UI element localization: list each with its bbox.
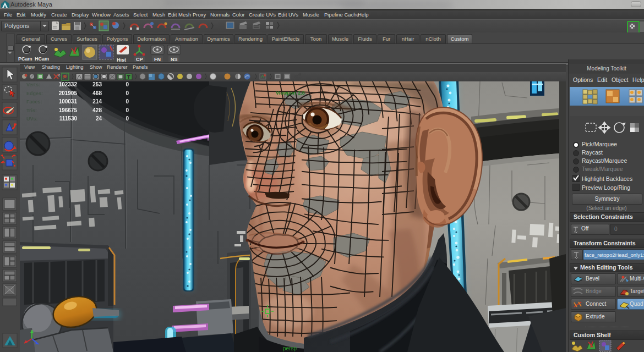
svg-text:201905: 201905 bbox=[59, 90, 78, 96]
svg-text:Tris:: Tris: bbox=[26, 108, 37, 113]
svg-text:0: 0 bbox=[125, 107, 129, 113]
svg-text:0: 0 bbox=[58, 74, 61, 77]
svg-text:Faces:: Faces: bbox=[26, 99, 42, 105]
svg-text:468: 468 bbox=[92, 90, 102, 96]
svg-text:214: 214 bbox=[92, 98, 102, 105]
svg-text:Verts:: Verts: bbox=[26, 82, 40, 87]
svg-text:0: 0 bbox=[125, 81, 129, 87]
svg-text:Edges:: Edges: bbox=[26, 91, 43, 96]
svg-text:NS: NS bbox=[171, 57, 178, 62]
svg-text:111530: 111530 bbox=[59, 116, 78, 122]
svg-text:FN: FN bbox=[154, 57, 161, 62]
svg-text:T: T bbox=[127, 74, 130, 80]
svg-text:102332: 102332 bbox=[59, 81, 78, 87]
svg-text:428: 428 bbox=[92, 107, 102, 113]
svg-text:100031: 100031 bbox=[59, 98, 78, 105]
svg-text:HCam: HCam bbox=[35, 56, 49, 62]
svg-text:Hist: Hist bbox=[117, 57, 126, 62]
svg-text:Viewport 2.0: Viewport 2.0 bbox=[276, 90, 305, 96]
svg-text:PCam: PCam bbox=[18, 56, 32, 62]
svg-text:CP: CP bbox=[136, 57, 143, 62]
svg-text:0: 0 bbox=[125, 116, 129, 122]
svg-text:0: 0 bbox=[125, 90, 129, 96]
svg-text:persp: persp bbox=[283, 345, 297, 351]
svg-text:196675: 196675 bbox=[59, 107, 78, 113]
svg-text:253: 253 bbox=[92, 81, 102, 87]
svg-text:24: 24 bbox=[96, 116, 102, 122]
svg-text:0: 0 bbox=[125, 98, 129, 105]
svg-text:UVs:: UVs: bbox=[26, 116, 38, 122]
